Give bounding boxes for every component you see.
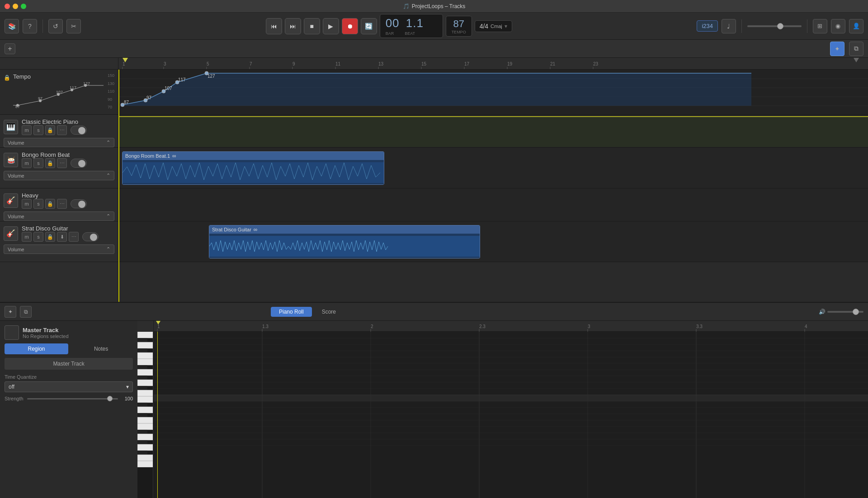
- timeline-area: 1 3 5 7 9 11 13 15 17 19 21 23: [118, 58, 868, 302]
- strat-region[interactable]: Strat Disco Guitar ∞: [209, 225, 480, 258]
- toggle-2[interactable]: [71, 199, 87, 208]
- pr-tool-arrow[interactable]: ✦: [5, 306, 16, 318]
- record-icon: ⏺: [347, 23, 353, 30]
- rewind-button[interactable]: ⏮: [266, 18, 282, 34]
- library-button[interactable]: 📚: [5, 19, 19, 33]
- svg-text:11: 11: [335, 61, 341, 66]
- smart-controls-button[interactable]: ⊞: [813, 19, 827, 33]
- svg-rect-56: [209, 236, 480, 257]
- mute-btn-0[interactable]: m: [22, 125, 32, 135]
- add-track-button[interactable]: +: [5, 43, 15, 54]
- strat-region-name: Strat Disco Guitar: [212, 227, 251, 232]
- fast-forward-button[interactable]: ⏭: [285, 18, 301, 34]
- undo-button[interactable]: ↺: [48, 19, 63, 33]
- playhead-line: [118, 70, 119, 302]
- score-tab[interactable]: Score: [314, 307, 344, 317]
- volume-dropdown-1[interactable]: Volume ⌃: [4, 171, 114, 180]
- metronome-button[interactable]: ♩: [722, 19, 736, 33]
- mute-btn-3[interactable]: m: [22, 232, 32, 242]
- master-track-sub: No Regions selected: [23, 334, 133, 339]
- volume-dropdown-2[interactable]: Volume ⌃: [4, 211, 114, 221]
- play-button[interactable]: ▶: [323, 18, 339, 34]
- record-button[interactable]: ⏺: [342, 18, 358, 34]
- tempo-curve-svg: 87 97 107 117 127: [118, 70, 868, 115]
- lock-btn-3[interactable]: 🔒: [45, 232, 55, 242]
- volume-dropdown-0[interactable]: Volume ⌃: [4, 138, 114, 147]
- svg-rect-81: [137, 455, 153, 461]
- strength-slider[interactable]: [27, 398, 118, 399]
- lock-btn-1[interactable]: 🔒: [45, 158, 55, 168]
- flex-btn-0[interactable]: ⋯: [57, 125, 67, 135]
- piano-roll-grid: 1 1.3 2 2.3 3 3.3 4: [154, 321, 868, 498]
- svg-text:87: 87: [124, 100, 129, 105]
- solo-btn-1[interactable]: s: [33, 158, 43, 168]
- lock-btn-2[interactable]: 🔒: [45, 199, 55, 209]
- svg-rect-65: [137, 376, 147, 380]
- play-icon: ▶: [328, 23, 333, 30]
- stop-button[interactable]: ■: [304, 18, 320, 34]
- svg-text:2.3: 2.3: [479, 324, 486, 329]
- toggle-0[interactable]: [71, 126, 87, 135]
- classic-ep-region[interactable]: [118, 116, 868, 147]
- notes-tab[interactable]: Notes: [69, 343, 133, 354]
- svg-text:97: 97: [146, 95, 152, 100]
- tempo-display[interactable]: 87 TEMPO: [446, 16, 472, 37]
- master-volume-slider[interactable]: [747, 25, 802, 27]
- quantize-select[interactable]: off ▾: [5, 381, 133, 392]
- pointer-tool[interactable]: ✦: [830, 42, 844, 56]
- bar-counter: 00 1.1: [386, 16, 424, 30]
- bongo-region[interactable]: Bongo Room Beat.1 ∞ // Generate waveform…: [122, 151, 384, 185]
- mute-btn-2[interactable]: m: [22, 199, 32, 209]
- stop-icon: ■: [310, 23, 313, 30]
- toolbar: 📚 ? ↺ ✂ ⏮ ⏭ ■ ▶ ⏺ 🔄 00 1.1: [0, 13, 868, 40]
- lock-btn-0[interactable]: 🔒: [45, 125, 55, 135]
- piano-roll-panel: ✦ ⧉ Piano Roll Score 🔊: [0, 302, 868, 498]
- help-button[interactable]: ?: [23, 19, 37, 33]
- tempo-value: 87: [452, 18, 466, 30]
- svg-line-2: [40, 94, 58, 101]
- inspector-button[interactable]: ◉: [831, 19, 845, 33]
- classic-ep-row: [118, 115, 868, 148]
- strat-name: Strat Disco Guitar: [22, 225, 114, 232]
- pr-volume-slider[interactable]: [827, 311, 863, 313]
- download-btn-3[interactable]: ⬇: [57, 232, 67, 242]
- browser-button[interactable]: 👤: [849, 19, 863, 33]
- svg-rect-70: [137, 396, 153, 403]
- flex-btn-2[interactable]: ⋯: [57, 199, 67, 209]
- piano-roll-tab[interactable]: Piano Roll: [271, 307, 312, 317]
- flex-btn-3[interactable]: ⋯: [69, 232, 79, 242]
- time-sig-display[interactable]: 4/4 Cmaj ▾: [475, 20, 512, 32]
- strat-waveform-svg: [209, 234, 480, 258]
- maximize-button[interactable]: [21, 4, 26, 9]
- svg-text:4: 4: [805, 324, 807, 329]
- close-button[interactable]: [5, 4, 10, 9]
- pr-tool-scissors[interactable]: ⧉: [20, 306, 32, 318]
- loop-tool[interactable]: ⧉: [849, 42, 863, 56]
- chevron-icon: ⌃: [106, 173, 110, 179]
- region-tab[interactable]: Region: [5, 343, 68, 354]
- window-title: 🎵 ProjectLoops – Tracks: [403, 3, 466, 9]
- key-button[interactable]: i234: [697, 20, 718, 32]
- solo-btn-2[interactable]: s: [33, 199, 43, 209]
- pr-grid-svg: [154, 332, 868, 498]
- toggle-3[interactable]: [82, 232, 99, 241]
- cycle-button[interactable]: 🔄: [361, 18, 377, 34]
- flex-btn-1[interactable]: ⋯: [57, 158, 67, 168]
- svg-rect-80: [137, 451, 147, 455]
- toggle-1[interactable]: [71, 159, 87, 168]
- svg-text:97: 97: [38, 96, 42, 101]
- mute-btn-1[interactable]: m: [22, 158, 32, 168]
- svg-text:107: 107: [56, 90, 63, 94]
- minimize-button[interactable]: [13, 4, 18, 9]
- heavy-name: Heavy: [22, 192, 114, 199]
- strat-region-header: Strat Disco Guitar ∞: [209, 226, 480, 234]
- bongo-region-name: Bongo Room Beat.1: [125, 153, 170, 159]
- solo-btn-3[interactable]: s: [33, 232, 43, 242]
- ruler-svg: 1 3 5 7 9 11 13 15 17 19 21 23: [118, 58, 868, 70]
- svg-text:21: 21: [550, 61, 556, 66]
- strength-value: 100: [122, 396, 133, 401]
- solo-btn-0[interactable]: s: [33, 125, 43, 135]
- scissors-button[interactable]: ✂: [66, 19, 81, 33]
- bongo-waveform-svg: // Generate waveform bars: [123, 160, 384, 184]
- volume-dropdown-3[interactable]: Volume ⌃: [4, 244, 114, 254]
